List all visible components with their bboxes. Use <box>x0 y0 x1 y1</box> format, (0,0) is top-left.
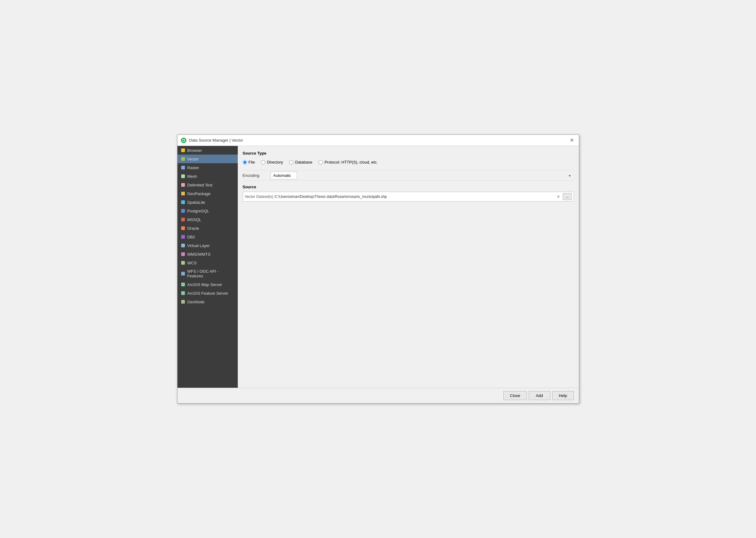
radio-file[interactable] <box>243 160 247 165</box>
content-area: Browser Vector Raster Mesh Delimited Tex… <box>178 146 579 388</box>
source-type-option-file[interactable]: File <box>243 160 255 165</box>
sidebar-item-label-postgresql: PostgreSQL <box>188 209 209 213</box>
sidebar-item-label-browser: Browser <box>188 148 202 153</box>
sidebar-item-geonode[interactable]: GeoNode <box>178 297 238 306</box>
sidebar-item-label-wcs: WCS <box>188 261 197 265</box>
sidebar-item-label-arcgis-map: ArcGIS Map Server <box>188 282 222 287</box>
sidebar-item-label-geopkg: GeoPackage <box>188 191 211 196</box>
svg-rect-3 <box>181 148 185 152</box>
sidebar-item-label-vector: Vector <box>188 157 199 161</box>
sidebar-item-oracle[interactable]: Oracle <box>178 224 238 233</box>
sidebar-item-label-virtual: Virtual Layer <box>188 243 210 248</box>
help-button[interactable]: Help <box>552 391 574 400</box>
geopkg-icon <box>181 191 186 196</box>
svg-rect-19 <box>181 291 185 295</box>
geonode-icon <box>181 299 186 304</box>
wmswmts-icon <box>181 252 186 257</box>
main-panel: Source Type FileDirectoryDatabaseProtoco… <box>238 146 579 388</box>
sidebar-item-label-raster: Raster <box>188 165 199 170</box>
delimited-icon <box>181 183 186 188</box>
source-type-option-directory[interactable]: Directory <box>261 160 283 165</box>
titlebar-left: Data Source Manager | Vector <box>181 137 243 143</box>
source-type-title: Source Type <box>243 151 574 155</box>
svg-rect-6 <box>181 174 185 178</box>
db2-icon <box>181 234 186 239</box>
sidebar-item-postgresql[interactable]: PostgreSQL <box>178 206 238 215</box>
main-window: Data Source Manager | Vector ✕ Browser V… <box>177 134 579 404</box>
svg-rect-14 <box>181 243 185 247</box>
svg-rect-13 <box>181 235 185 239</box>
svg-rect-8 <box>181 192 185 195</box>
encoding-wrapper: AutomaticUTF-8Latin-1ISO-8859-1 <box>271 172 574 179</box>
svg-rect-12 <box>181 226 185 230</box>
source-path-value: C:\Users\einav\Desktop\Thesis data\Rosar… <box>275 194 554 199</box>
sidebar: Browser Vector Raster Mesh Delimited Tex… <box>178 146 238 388</box>
sidebar-item-spatialite[interactable]: SpatiaLite <box>178 198 238 206</box>
sidebar-item-mssql[interactable]: MSSQL <box>178 215 238 224</box>
sidebar-item-geopkg[interactable]: GeoPackage <box>178 189 238 198</box>
svg-rect-5 <box>181 166 185 169</box>
sidebar-item-arcgis-map[interactable]: ArcGIS Map Server <box>178 280 238 289</box>
virtual-icon <box>181 243 186 248</box>
sidebar-item-wmswmts[interactable]: WMS/WMTS <box>178 250 238 258</box>
sidebar-item-label-mssql: MSSQL <box>188 217 202 222</box>
browser-icon <box>181 148 186 153</box>
sidebar-item-virtual[interactable]: Virtual Layer <box>178 241 238 250</box>
source-type-option-database[interactable]: Database <box>289 160 312 165</box>
svg-rect-4 <box>181 157 185 161</box>
window-title: Data Source Manager | Vector <box>189 138 243 142</box>
source-type-radio-row: FileDirectoryDatabaseProtocol: HTTP(S), … <box>243 158 574 166</box>
radio-directory[interactable] <box>261 160 265 165</box>
titlebar: Data Source Manager | Vector ✕ <box>178 135 579 146</box>
svg-rect-17 <box>181 272 185 276</box>
svg-rect-16 <box>181 261 185 265</box>
oracle-icon <box>181 226 186 231</box>
mssql-icon <box>181 217 186 222</box>
source-type-section: Source Type FileDirectoryDatabaseProtoco… <box>243 151 574 166</box>
add-button[interactable]: Add <box>529 391 550 400</box>
sidebar-item-label-arcgis-feat: ArcGIS Feature Server <box>188 291 228 296</box>
sidebar-item-label-wfs: WFS / OGC API - Features <box>188 269 235 278</box>
sidebar-item-label-wmswmts: WMS/WMTS <box>188 252 211 257</box>
encoding-row: Encoding AutomaticUTF-8Latin-1ISO-8859-1 <box>243 170 574 181</box>
close-button[interactable]: Close <box>503 391 526 400</box>
sidebar-item-delimited[interactable]: Delimited Text <box>178 181 238 189</box>
svg-rect-9 <box>181 200 185 204</box>
wcs-icon <box>181 260 186 265</box>
radio-protocol[interactable] <box>318 160 323 165</box>
sidebar-item-wcs[interactable]: WCS <box>178 258 238 267</box>
sidebar-item-arcgis-feat[interactable]: ArcGIS Feature Server <box>178 289 238 297</box>
source-browse-button[interactable]: ... <box>563 193 571 200</box>
radio-label-file: File <box>248 160 255 165</box>
encoding-label: Encoding <box>243 173 267 178</box>
source-dataset-label: Vector Dataset(s) <box>245 194 274 199</box>
sidebar-item-db2[interactable]: DB2 <box>178 233 238 241</box>
source-type-option-protocol[interactable]: Protocol: HTTP(S), cloud, etc. <box>318 160 378 165</box>
sidebar-item-raster[interactable]: Raster <box>178 163 238 172</box>
mesh-icon <box>181 174 186 179</box>
svg-point-2 <box>183 139 185 141</box>
arcgis-feat-icon <box>181 291 186 296</box>
encoding-select[interactable]: AutomaticUTF-8Latin-1ISO-8859-1 <box>271 172 297 179</box>
sidebar-item-browser[interactable]: Browser <box>178 146 238 155</box>
spatialite-icon <box>181 200 186 205</box>
sidebar-item-vector[interactable]: Vector <box>178 155 238 163</box>
radio-database[interactable] <box>289 160 294 165</box>
sidebar-item-mesh[interactable]: Mesh <box>178 172 238 181</box>
sidebar-item-label-delimited: Delimited Text <box>188 183 212 188</box>
svg-rect-15 <box>181 252 185 256</box>
sidebar-item-wfs[interactable]: WFS / OGC API - Features <box>178 267 238 280</box>
footer: Close Add Help <box>178 388 579 403</box>
arcgis-map-icon <box>181 282 186 287</box>
svg-rect-7 <box>181 183 185 187</box>
svg-rect-11 <box>181 218 185 221</box>
wfs-icon <box>181 271 186 276</box>
svg-rect-18 <box>181 283 185 286</box>
svg-rect-20 <box>181 300 185 304</box>
svg-rect-10 <box>181 209 185 213</box>
raster-icon <box>181 165 186 170</box>
source-clear-button[interactable]: ✕ <box>555 193 562 200</box>
sidebar-item-label-mesh: Mesh <box>188 174 197 179</box>
close-window-button[interactable]: ✕ <box>568 137 576 143</box>
vector-icon <box>181 156 186 161</box>
